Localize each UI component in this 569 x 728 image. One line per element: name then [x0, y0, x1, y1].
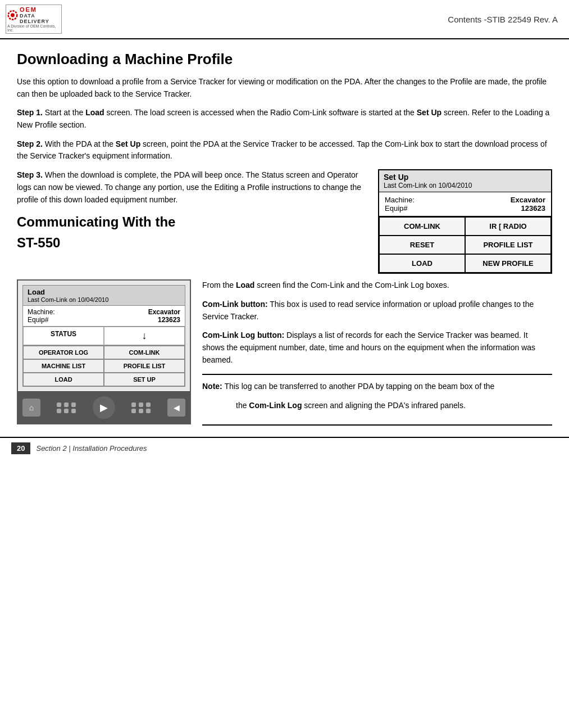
step2-text1: With the PDA at the	[45, 139, 116, 148]
step1-text1: Start at the	[45, 108, 85, 117]
company-division: A Division of OEM Controls, Inc.	[7, 24, 60, 32]
ls-arrow-cell: ↓	[104, 327, 185, 345]
section2-title: Communicating With the ST-550	[17, 211, 367, 253]
comm-section: Load Last Com-Link on 10/04/2010 Machine…	[17, 279, 552, 426]
oem-gear-icon	[7, 9, 18, 21]
section2-title-line1: Communicating With the	[17, 211, 367, 232]
step3-body: When the download is complete, the PDA w…	[17, 170, 361, 204]
setup-buttons-grid: COM-LINK IR [ RADIO RESET PROFILE LIST L…	[379, 216, 551, 273]
setup-machine-values: Excavator 123623	[511, 196, 545, 212]
ls-machine-values: Excavator 123623	[148, 308, 180, 324]
ls-status-row: STATUS ↓	[23, 327, 185, 346]
page-number: 20	[11, 442, 30, 454]
pda-dot-5	[64, 409, 69, 413]
pda-back-icon[interactable]: ◀	[167, 399, 185, 417]
note-label: Note:	[202, 382, 222, 391]
setup-box-subtitle: Last Com-Link on 10/04/2010	[384, 182, 547, 189]
ls-button-grid: OPERATOR LOG COM-LINK MACHINE LIST PROFI…	[23, 346, 185, 386]
ls-machine-label: Machine:	[28, 308, 55, 316]
profile-list-button[interactable]: PROFILE LIST	[465, 236, 551, 254]
ls-setup-btn[interactable]: SET UP	[104, 373, 185, 386]
page-title: Downloading a Machine Profile	[17, 51, 552, 68]
ls-machine-labels: Machine: Equip#	[28, 308, 55, 324]
ls-subtitle: Last Com-Link on 10/04/2010	[28, 296, 180, 303]
pda-dots-grid	[57, 403, 77, 413]
com-link-button-bold: Com-Link button:	[202, 300, 268, 309]
setup-machine-row: Machine: Equip# Excavator 123623	[379, 192, 551, 216]
note-bold: Com-Link Log	[249, 401, 302, 410]
note-indent-paragraph: the Com-Link Log screen and aligning the…	[202, 400, 552, 412]
pda-bottom-bar: ⌂ ▶	[18, 391, 190, 423]
step2-bold1: Set Up	[116, 139, 140, 148]
ls-com-link-btn[interactable]: COM-LINK	[104, 346, 185, 359]
load-screen-inner: Load Last Com-Link on 10/04/2010 Machine…	[22, 285, 185, 387]
load-button[interactable]: LOAD	[379, 254, 465, 273]
comm-text-column: From the Load screen find the Com-Link a…	[202, 279, 552, 426]
ls-machine-list-btn[interactable]: MACHINE LIST	[23, 359, 104, 373]
step3-label: Step 3.	[17, 170, 43, 179]
step1-text2: screen. The load screen is accessed when…	[107, 108, 417, 117]
pda-dot-10	[131, 409, 136, 413]
svg-point-0	[11, 13, 15, 17]
machine-value: Excavator	[511, 196, 545, 204]
pda-dot-11	[139, 409, 143, 413]
setup-box-header: Set Up Last Com-Link on 10/04/2010	[379, 170, 551, 192]
pda-dot-4	[57, 409, 61, 413]
comm-intro-para: From the Load screen find the Com-Link a…	[202, 279, 552, 292]
step3-section: Step 3. When the download is complete, t…	[17, 169, 552, 274]
ls-load-btn[interactable]: LOAD	[23, 373, 104, 386]
pda-center-icon[interactable]: ▶	[93, 396, 115, 419]
comm-intro-rest: screen find the Com-Link and the Com-Lin…	[254, 281, 449, 290]
ls-profile-list-btn[interactable]: PROFILE LIST	[104, 359, 185, 373]
machine-label: Machine:	[385, 196, 415, 204]
logo-area: OEM DATA DELIVERY A Division of OEM Cont…	[6, 4, 62, 34]
note-text1: This log can be transferred to another P…	[222, 382, 495, 391]
step1-bold1: Load	[85, 108, 104, 117]
com-link-button-para: Com-Link button: This box is used to rea…	[202, 299, 552, 323]
setup-box: Set Up Last Com-Link on 10/04/2010 Machi…	[378, 169, 552, 274]
load-screen-image: Load Last Com-Link on 10/04/2010 Machine…	[17, 279, 191, 424]
intro-paragraph: Use this option to download a profile fr…	[17, 76, 552, 100]
pda-home-icon[interactable]: ⌂	[22, 399, 40, 417]
footer-section-text: Section 2 | Installation Procedures	[36, 444, 147, 453]
note-text2: screen and aligning the PDA's infrared p…	[302, 401, 465, 410]
ls-equip-label: Equip#	[28, 316, 55, 324]
pda-dot-7	[131, 403, 136, 407]
page-header: OEM DATA DELIVERY A Division of OEM Cont…	[0, 0, 569, 39]
load-screen-container: Load Last Com-Link on 10/04/2010 Machine…	[17, 279, 191, 424]
page-footer: 20 Section 2 | Installation Procedures	[0, 437, 569, 459]
comm-load-bold: Load	[236, 281, 254, 290]
pda-dots-grid-2	[131, 403, 152, 413]
brand-name: OEM	[20, 6, 60, 13]
document-title: Contents -STIB 22549 Rev. A	[448, 15, 558, 24]
ir-radio-button[interactable]: IR [ RADIO	[465, 217, 551, 236]
ls-operator-log-btn[interactable]: OPERATOR LOG	[23, 346, 104, 359]
section2-title-line2: ST-550	[17, 232, 367, 253]
pda-dot-2	[64, 403, 69, 407]
com-link-log-para: Com-Link Log button: Displays a list of …	[202, 329, 552, 366]
ls-title: Load	[28, 288, 180, 296]
new-profile-button[interactable]: NEW PROFILE	[465, 254, 551, 273]
comm-intro-text: From the	[202, 281, 236, 290]
step1-bold2: Set Up	[417, 108, 441, 117]
com-link-button[interactable]: COM-LINK	[379, 217, 465, 236]
ls-machine-value: Excavator	[148, 308, 180, 316]
pda-dot-1	[57, 403, 61, 407]
step1-label: Step 1.	[17, 108, 43, 117]
company-logo: OEM DATA DELIVERY A Division of OEM Cont…	[6, 4, 62, 34]
pda-dot-6	[71, 409, 76, 413]
step3-paragraph: Step 3. When the download is complete, t…	[17, 169, 367, 206]
ls-equip-value: 123623	[148, 316, 180, 324]
pda-dot-8	[139, 403, 143, 407]
step1-paragraph: Step 1. Start at the Load screen. The lo…	[17, 107, 552, 131]
setup-machine-labels: Machine: Equip#	[385, 196, 415, 212]
setup-box-title: Set Up	[384, 173, 547, 182]
step2-label: Step 2.	[17, 139, 43, 148]
ls-status-cell[interactable]: STATUS	[23, 327, 104, 345]
pda-dot-9	[146, 403, 151, 407]
product-name: DATA DELIVERY	[20, 13, 60, 24]
reset-button[interactable]: RESET	[379, 236, 465, 254]
main-content: Downloading a Machine Profile Use this o…	[0, 39, 569, 426]
pda-dot-3	[71, 403, 76, 407]
ls-header: Load Last Com-Link on 10/04/2010	[23, 286, 185, 306]
